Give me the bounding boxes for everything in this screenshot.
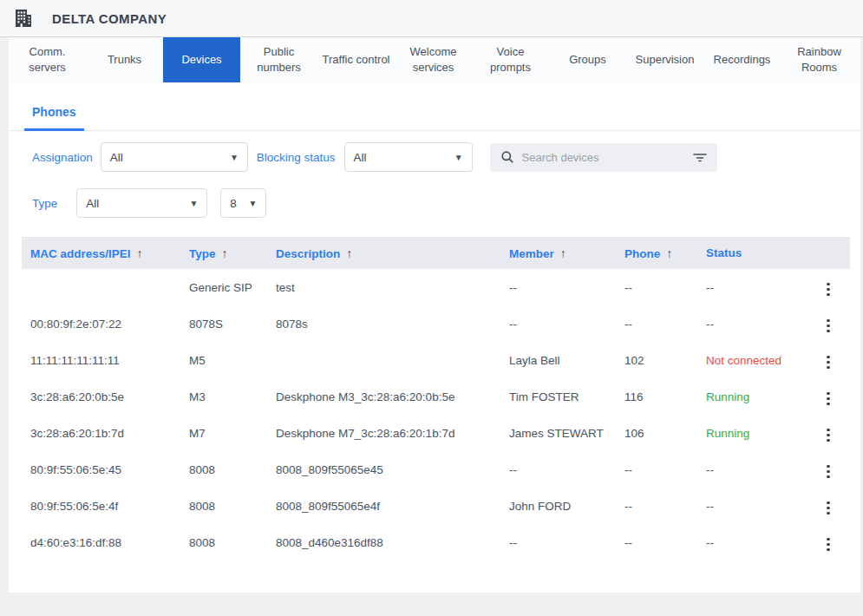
page-size-select[interactable]: 8 ▼ [220,188,266,218]
tab-label: Recordings [714,52,771,68]
tab-phones[interactable]: Phones [24,105,84,131]
row-menu-icon[interactable] [821,279,835,300]
column-header-mac-address-ipei[interactable]: MAC address/IPEI↑ [22,237,180,269]
tab-label: Comm. servers [12,44,82,75]
cell-status: -- [697,524,807,560]
type-label: Type [32,197,57,210]
cell-member: -- [500,269,616,305]
cell-status: Running [697,378,807,415]
chevron-down-icon: ▼ [454,153,463,162]
cell-status: -- [697,305,807,342]
cell-mac: 11:11:11:11:11:11 [22,342,180,378]
row-menu-icon[interactable] [821,352,835,373]
cell-description [267,342,500,378]
tab-public-numbers[interactable]: Public numbers [240,37,317,82]
assignation-value: All [110,151,123,164]
column-header-actions [807,237,850,269]
cell-phone: -- [616,269,697,305]
tab-welcome-services[interactable]: Welcome services [395,37,472,82]
cell-phone: 102 [616,342,697,378]
cell-status: -- [697,269,807,305]
assignation-label: Assignation [32,151,93,164]
cell-mac: 00:80:9f:2e:07:22 [22,305,180,342]
column-header-member[interactable]: Member↑ [500,237,616,269]
tab-label: Supervision [636,52,695,68]
cell-mac: 80:9f:55:06:5e:45 [22,451,180,488]
cell-mac: d4:60:e3:16:df:88 [22,524,180,560]
cell-member: -- [500,524,616,560]
blocking-status-select[interactable]: All ▼ [344,142,473,172]
tab-voice-prompts[interactable]: Voice prompts [472,37,549,82]
sort-arrow-icon: ↑ [222,246,228,260]
tab-recordings[interactable]: Recordings [703,37,781,82]
table-row: 3c:28:a6:20:1b:7dM7Deskphone M7_3c:28:a6… [22,415,850,451]
cell-description: 8078s [267,305,500,342]
cell-mac: 80:9f:55:06:5e:4f [22,488,180,524]
row-menu-icon[interactable] [821,498,835,519]
tab-label: Voice prompts [475,44,546,75]
row-menu-icon[interactable] [821,316,835,337]
cell-member: -- [500,451,616,488]
filters-row-2: Type All ▼ 8 ▼ [32,188,860,218]
table-header-row: MAC address/IPEI↑Type↑Description↑Member… [22,237,850,269]
cell-actions [807,269,850,305]
cell-status: Not connected [697,342,807,378]
cell-phone: 116 [616,378,697,415]
tab-trunks[interactable]: Trunks [86,37,163,82]
row-menu-icon[interactable] [821,389,835,410]
cell-member: John FORD [500,488,616,524]
cell-phone: -- [616,524,697,560]
chevron-down-icon: ▼ [189,199,198,208]
cell-actions [807,524,850,560]
cell-type: Generic SIP [180,269,267,305]
column-header-description[interactable]: Description↑ [267,237,500,269]
row-menu-icon[interactable] [821,462,835,482]
devices-table: MAC address/IPEI↑Type↑Description↑Member… [22,237,850,560]
cell-actions [807,488,850,524]
row-menu-icon[interactable] [821,425,835,446]
cell-phone: -- [616,305,697,342]
type-select[interactable]: All ▼ [76,188,207,218]
table-row: Generic SIPtest------ [22,269,850,305]
column-header-type[interactable]: Type↑ [180,237,267,269]
cell-mac: 3c:28:a6:20:1b:7d [22,415,180,451]
tab-traffic-control[interactable]: Traffic control [317,37,395,82]
tab-groups[interactable]: Groups [549,37,626,82]
tab-comm-servers[interactable]: Comm. servers [9,37,86,82]
search-input[interactable] [522,151,693,164]
cell-phone: -- [616,488,697,524]
table-row: 80:9f:55:06:5e:4f80088008_809f55065e4fJo… [22,488,850,524]
tab-label: Rainbow Rooms [784,44,854,75]
column-header-phone[interactable]: Phone↑ [616,237,697,269]
tab-rainbow-rooms[interactable]: Rainbow Rooms [781,37,858,82]
cell-actions [807,342,850,378]
tab-label: Welcome services [398,44,468,75]
tab-supervision[interactable]: Supervision [626,37,703,82]
column-label: Description [276,247,340,260]
cell-type: 8008 [180,524,267,560]
tab-bar: Comm. serversTrunksDevicesPublic numbers… [9,37,860,82]
cell-member: -- [500,305,616,342]
column-header-status[interactable]: Status [697,237,807,269]
column-label: MAC address/IPEI [30,247,131,260]
cell-type: M5 [180,342,267,378]
tab-devices[interactable]: Devices [163,37,240,82]
table-row: 00:80:9f:2e:07:228078S8078s------ [22,305,850,342]
tab-label: Trunks [108,52,141,68]
cell-type: 8078S [180,305,267,342]
cell-description: Deskphone M7_3c:28:a6:20:1b:7d [267,415,500,451]
subtab-row: Phones [9,82,860,131]
filter-icon[interactable] [693,151,707,163]
tab-label: Devices [181,52,221,68]
company-name: DELTA COMPANY [52,11,167,26]
sort-arrow-icon: ↑ [560,246,566,260]
cell-mac: 3c:28:a6:20:0b:5e [22,378,180,415]
blocking-status-label: Blocking status [257,151,336,164]
cell-status: -- [697,451,807,488]
assignation-select[interactable]: All ▼ [101,142,248,172]
tab-label: Traffic control [322,52,389,68]
row-menu-icon[interactable] [821,534,835,555]
search-box [490,143,717,172]
cell-actions [807,451,850,488]
search-icon [500,150,514,164]
